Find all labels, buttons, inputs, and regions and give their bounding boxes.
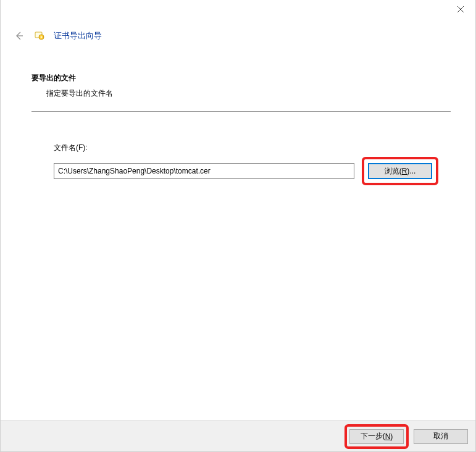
back-arrow-icon xyxy=(14,31,24,41)
browse-highlight: 浏览(R)... xyxy=(362,157,438,185)
titlebar xyxy=(1,0,475,19)
next-button[interactable]: 下一步(N) xyxy=(349,429,404,444)
divider xyxy=(31,111,451,112)
section-heading: 要导出的文件 xyxy=(31,73,451,83)
section-subheading: 指定要导出的文件名 xyxy=(46,88,451,99)
back-button[interactable] xyxy=(13,30,25,42)
wizard-title: 证书导出向导 xyxy=(54,30,102,41)
certificate-wizard-icon xyxy=(34,30,45,41)
next-highlight: 下一步(N) xyxy=(344,424,409,449)
browse-button[interactable]: 浏览(R)... xyxy=(368,163,432,179)
wizard-header: 证书导出向导 xyxy=(1,19,475,48)
svg-point-5 xyxy=(41,36,43,38)
content-area: 要导出的文件 指定要导出的文件名 文件名(F): 浏览(R)... xyxy=(1,48,475,185)
wizard-footer: 下一步(N) 取消 xyxy=(1,421,475,451)
close-button[interactable] xyxy=(454,3,467,15)
filename-field-block: 文件名(F): 浏览(R)... xyxy=(31,143,451,185)
filename-row: 浏览(R)... xyxy=(54,157,438,185)
close-icon xyxy=(457,6,464,12)
wizard-window: 证书导出向导 要导出的文件 指定要导出的文件名 文件名(F): 浏览(R)...… xyxy=(0,0,476,452)
cancel-button[interactable]: 取消 xyxy=(414,429,468,444)
filename-label: 文件名(F): xyxy=(54,143,438,153)
filename-input[interactable] xyxy=(54,163,354,179)
